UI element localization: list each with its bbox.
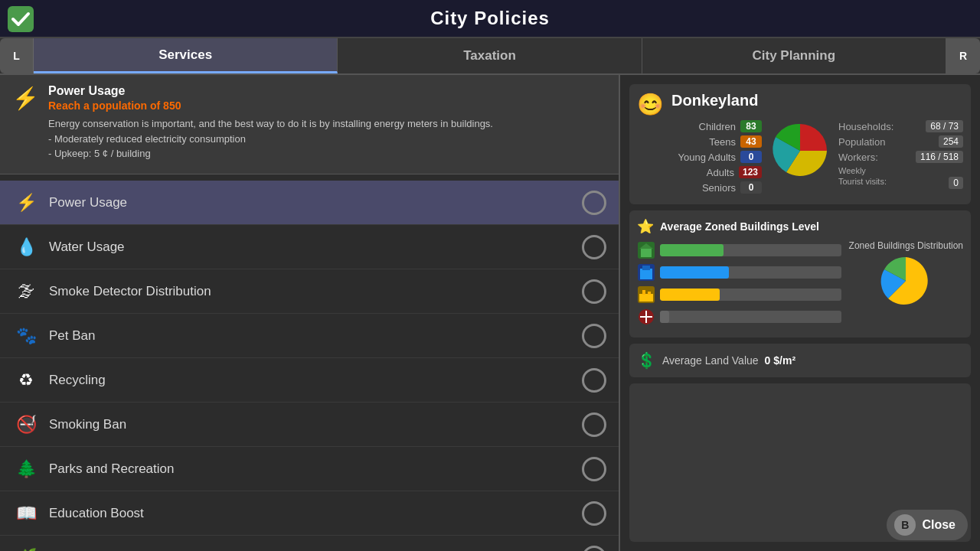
left-panel: ⚡ Power Usage Reach a population of 850 … xyxy=(0,75,620,551)
tourist-value: 0 xyxy=(949,177,963,189)
pet_ban-toggle[interactable] xyxy=(582,324,606,348)
households-stat: Households: 68 / 73 xyxy=(838,120,963,132)
policy-info-icon: ⚡ xyxy=(12,86,39,165)
svg-rect-9 xyxy=(642,290,645,295)
seniors-badge: 0 xyxy=(740,181,762,194)
water_usage-name: Water Usage xyxy=(49,240,582,255)
policy-item-recreational[interactable]: 🌿Recreational Use xyxy=(0,536,619,551)
close-button-label: Close xyxy=(922,518,956,532)
main-content: ⚡ Power Usage Reach a population of 850 … xyxy=(0,75,980,551)
special-bar xyxy=(660,311,841,323)
policy-list: ⚡Power Usage💧Water Usage🌫Smoke Detector … xyxy=(0,174,619,551)
policy-item-smoking_ban[interactable]: 🚭Smoking Ban xyxy=(0,403,619,447)
buildings-distribution: ⭐ Average Zoned Buildings Level xyxy=(637,218,963,330)
tab-left-button[interactable]: L xyxy=(0,38,34,73)
svg-rect-10 xyxy=(648,292,651,295)
policy-info-text: Power Usage Reach a population of 850 En… xyxy=(48,84,606,165)
children-badge: 83 xyxy=(740,120,762,132)
policy-item-education[interactable]: 📖Education Boost xyxy=(0,491,619,536)
teens-badge: 43 xyxy=(740,135,762,148)
recreational-toggle[interactable] xyxy=(582,546,606,552)
city-emoji: 😊 xyxy=(637,92,664,117)
zone-row-special xyxy=(637,308,841,326)
zone-row-commercial xyxy=(637,263,841,282)
tab-right-button[interactable]: R xyxy=(946,38,980,73)
parks-icon: 🌲 xyxy=(12,455,40,483)
policy-info-desc: Energy conservation is important, and th… xyxy=(48,116,606,161)
smoking_ban-name: Smoking Ban xyxy=(49,417,582,432)
water_usage-toggle[interactable] xyxy=(582,235,606,259)
header: City Policies xyxy=(0,0,980,38)
parks-name: Parks and Recreation xyxy=(49,461,582,477)
households-value: 68 / 73 xyxy=(926,120,963,132)
demo-seniors: Seniors 0 xyxy=(637,181,762,194)
policy-item-smoke_detector[interactable]: 🌫Smoke Detector Distribution xyxy=(0,269,619,314)
workers-stat: Workers: 116 / 518 xyxy=(838,151,963,163)
dollar-icon: 💲 xyxy=(637,351,656,370)
recycling-icon: ♻ xyxy=(12,367,40,394)
policy-item-pet_ban[interactable]: 🐾Pet Ban xyxy=(0,314,619,358)
distribution-pie-chart xyxy=(879,254,933,308)
tab-services[interactable]: Services xyxy=(34,38,338,73)
demo-young-adults: Young Adults 0 xyxy=(637,151,762,163)
svg-rect-5 xyxy=(640,269,652,279)
recreational-icon: 🌿 xyxy=(12,544,40,552)
power_usage-toggle[interactable] xyxy=(582,191,606,215)
policy-item-recycling[interactable]: ♻Recycling xyxy=(0,358,619,403)
dist-pie-container: Zoned Buildings Distribution xyxy=(849,240,963,308)
land-value-label: Average Land Value xyxy=(662,354,759,367)
education-toggle[interactable] xyxy=(582,501,606,526)
policy-item-power_usage[interactable]: ⚡Power Usage xyxy=(0,181,619,225)
smoke_detector-toggle[interactable] xyxy=(582,279,606,304)
smoke_detector-name: Smoke Detector Distribution xyxy=(49,284,582,299)
adults-badge: 123 xyxy=(739,166,762,178)
power_usage-icon: ⚡ xyxy=(12,189,40,217)
water_usage-icon: 💧 xyxy=(12,233,40,261)
buildings-card: ⭐ Average Zoned Buildings Level xyxy=(629,210,971,337)
industrial-zone-icon xyxy=(637,285,655,304)
city-name: Donkeyland xyxy=(671,92,758,109)
star-icon: ⭐ xyxy=(637,218,654,235)
svg-rect-2 xyxy=(641,248,652,257)
land-value-card: 💲 Average Land Value 0 $/m² xyxy=(629,344,971,377)
recycling-name: Recycling xyxy=(49,373,582,388)
young-adults-badge: 0 xyxy=(740,151,762,163)
education-name: Education Boost xyxy=(49,506,582,521)
commercial-zone-icon xyxy=(637,263,655,282)
tab-city-planning[interactable]: City Planning xyxy=(642,38,946,73)
policy-item-water_usage[interactable]: 💧Water Usage xyxy=(0,225,619,269)
svg-rect-8 xyxy=(639,294,653,302)
demo-children: Children 83 xyxy=(637,120,762,132)
smoking_ban-icon: 🚭 xyxy=(12,411,40,439)
residential-bar xyxy=(660,244,841,256)
demo-teens: Teens 43 xyxy=(637,135,762,148)
city-card: 😊 Donkeyland Children 83 Teens 43 Young … xyxy=(629,84,971,204)
tab-taxation[interactable]: Taxation xyxy=(338,38,642,73)
special-zone-icon xyxy=(637,308,655,326)
power_usage-name: Power Usage xyxy=(49,195,582,210)
tabs-bar: L Services Taxation City Planning R xyxy=(0,38,980,75)
policy-info-subtitle: Reach a population of 850 xyxy=(48,99,606,112)
city-stats-row: Children 83 Teens 43 Young Adults 0 Adul… xyxy=(637,120,963,197)
close-button[interactable]: B Close xyxy=(887,510,968,540)
population-value: 254 xyxy=(939,135,963,148)
buildings-title: Average Zoned Buildings Level xyxy=(660,220,819,233)
zone-row-industrial xyxy=(637,285,841,304)
policy-info-title: Power Usage xyxy=(48,84,606,98)
smoking_ban-toggle[interactable] xyxy=(582,412,606,437)
parks-toggle[interactable] xyxy=(582,457,606,481)
recycling-toggle[interactable] xyxy=(582,368,606,393)
dist-title: Zoned Buildings Distribution xyxy=(849,240,963,251)
smoke_detector-icon: 🌫 xyxy=(12,278,40,305)
education-icon: 📖 xyxy=(12,500,40,527)
buildings-header: ⭐ Average Zoned Buildings Level xyxy=(637,218,841,235)
right-panel: 😊 Donkeyland Children 83 Teens 43 Young … xyxy=(620,75,980,551)
commercial-bar xyxy=(660,266,841,279)
policy-item-parks[interactable]: 🌲Parks and Recreation xyxy=(0,447,619,491)
page-title: City Policies xyxy=(430,8,550,29)
pet_ban-icon: 🐾 xyxy=(12,322,40,350)
svg-rect-6 xyxy=(642,266,650,270)
residential-zone-icon xyxy=(637,241,655,259)
right-stats: Households: 68 / 73 Population 254 Worke… xyxy=(838,120,963,189)
zone-bars: ⭐ Average Zoned Buildings Level xyxy=(637,218,841,330)
